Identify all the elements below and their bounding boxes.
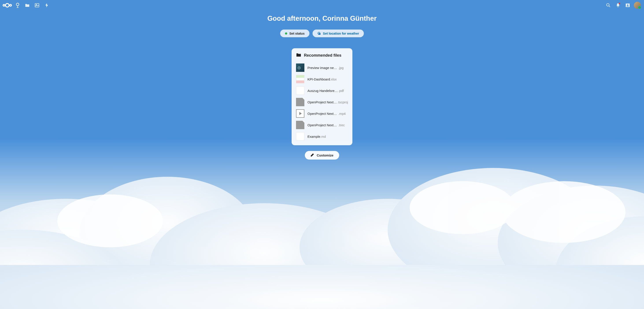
svg-point-24 (627, 5, 628, 6)
svg-point-11 (502, 181, 626, 243)
svg-point-14 (10, 5, 12, 6)
svg-point-22 (618, 7, 618, 7)
file-label: Preview image nextclo… .jpg (308, 66, 348, 70)
greeting-heading: Good afternoon, Corinna Günther (268, 15, 376, 23)
file-name: OpenProject Nextclou… (308, 123, 338, 127)
nav-dashboard[interactable] (13, 1, 22, 10)
svg-point-10 (410, 181, 516, 234)
folder-icon (296, 53, 301, 58)
file-extension: .trec (338, 123, 345, 127)
svg-line-21 (609, 6, 610, 7)
status-pill-row: Set status 🌤 Set location for weather (280, 30, 364, 37)
file-row[interactable]: Auszug Handelsregiste….pdf (296, 85, 348, 96)
pencil-icon (310, 153, 314, 157)
file-thumbnail (296, 64, 304, 72)
svg-point-0 (0, 199, 163, 296)
file-row[interactable]: OpenProject Nextclou… .mp4 (296, 108, 348, 119)
svg-point-9 (57, 194, 163, 247)
file-extension: .md (320, 135, 326, 138)
file-thumbnail (296, 109, 304, 118)
svg-point-6 (555, 216, 644, 309)
card-header: Recommended files (296, 53, 348, 58)
nav-files[interactable] (22, 1, 32, 10)
set-status-label: Set status (290, 32, 304, 35)
file-name: Preview image nextclo… (308, 66, 338, 70)
file-name: OpenProject Nextclou… (308, 100, 338, 104)
nav-activity[interactable] (42, 1, 52, 10)
file-label: Example.md (308, 135, 348, 138)
svg-point-7 (0, 230, 132, 309)
set-weather-button[interactable]: 🌤 Set location for weather (312, 30, 364, 37)
file-thumbnail (296, 86, 304, 95)
user-avatar[interactable] (634, 2, 641, 9)
customize-button[interactable]: Customize (305, 151, 339, 160)
svg-point-1 (79, 177, 256, 291)
file-extension: .tscproj (338, 100, 348, 104)
file-thumbnail (296, 98, 304, 106)
online-status-dot (285, 32, 287, 35)
svg-point-5 (498, 186, 644, 300)
file-label: OpenProject Nextclou… .trec (308, 123, 348, 127)
file-label: OpenProject Nextclou… .mp4 (308, 112, 348, 116)
svg-point-20 (606, 4, 609, 6)
svg-point-4 (388, 168, 599, 291)
file-row[interactable]: KPI-Dashboard.xlsx (296, 73, 348, 85)
svg-point-15 (16, 3, 19, 6)
background-clouds (0, 139, 644, 309)
recommended-files-card: Recommended files Preview image nextclo…… (292, 48, 352, 145)
card-title: Recommended files (304, 53, 342, 58)
file-row[interactable]: OpenProject Nextclou… .trec (296, 119, 348, 131)
file-name: Example (308, 135, 320, 138)
set-status-button[interactable]: Set status (280, 30, 310, 37)
file-thumbnail (296, 132, 304, 141)
svg-point-12 (6, 4, 9, 7)
topbar (0, 0, 644, 11)
file-extension: .jpg (338, 66, 344, 70)
file-thumbnail (296, 75, 304, 83)
svg-rect-8 (0, 265, 644, 309)
file-extension: .mp4 (338, 112, 346, 116)
file-list: Preview image nextclo… .jpgKPI-Dashboard… (296, 62, 348, 142)
svg-point-13 (3, 5, 5, 6)
notification-badge (619, 3, 620, 4)
file-extension: .xlsx (330, 77, 337, 81)
contacts-icon[interactable] (623, 1, 632, 10)
file-row[interactable]: Preview image nextclo… .jpg (296, 62, 348, 73)
file-label: OpenProject Nextclou… .tscproj (308, 100, 348, 104)
file-row[interactable]: Example.md (296, 131, 348, 142)
file-thumbnail (296, 121, 304, 129)
set-weather-label: Set location for weather (323, 32, 359, 35)
nav-photos[interactable] (32, 1, 42, 10)
customize-label: Customize (317, 153, 334, 157)
file-name: Auszug Handelsregiste… (308, 89, 338, 93)
search-icon[interactable] (604, 1, 613, 10)
svg-point-2 (150, 203, 379, 309)
file-label: Auszug Handelsregiste….pdf (308, 89, 348, 93)
file-label: KPI-Dashboard.xlsx (308, 77, 348, 81)
file-name: KPI-Dashboard (308, 77, 330, 81)
file-name: OpenProject Nextclou… (308, 112, 338, 116)
dashboard-main: Good afternoon, Corinna Günther Set stat… (0, 11, 644, 160)
file-extension: .pdf (338, 89, 344, 93)
svg-point-3 (300, 199, 476, 296)
nextcloud-logo[interactable] (2, 1, 13, 10)
file-row[interactable]: OpenProject Nextclou… .tscproj (296, 96, 348, 108)
weather-icon: 🌤 (317, 32, 321, 35)
notifications-icon[interactable] (613, 1, 623, 10)
